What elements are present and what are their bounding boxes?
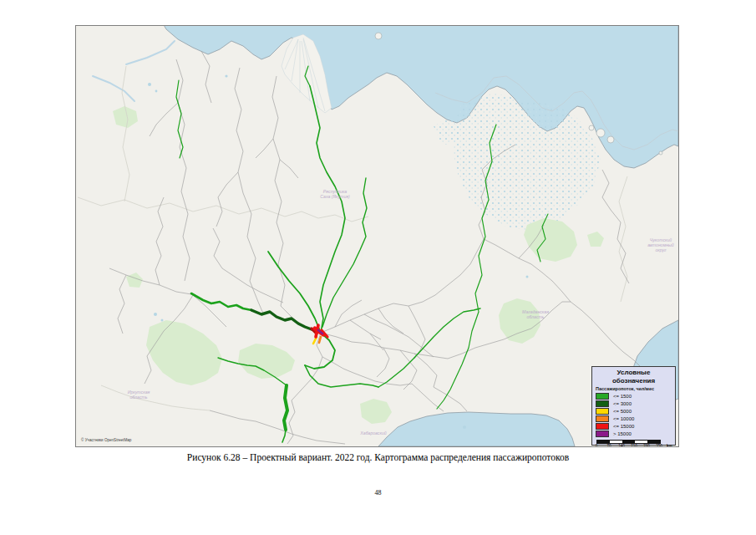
legend-item: <= 5000 — [596, 407, 672, 415]
map-legend: Условные обозначения Пассажиропоток, чел… — [591, 366, 676, 446]
legend-item: <= 3000 — [596, 400, 672, 407]
lake — [161, 319, 164, 322]
island — [596, 129, 605, 137]
region-label: Хабаровский — [359, 431, 386, 436]
scale-tick: 280 — [643, 444, 650, 447]
legend-item: <= 15000 — [596, 422, 672, 430]
legend-item-label: <= 1500 — [613, 394, 632, 399]
lake — [148, 83, 151, 86]
document-page: РеспубликаСаха (Якутия)ИркутскаяобластьМ… — [0, 0, 756, 535]
legend-item: > 15000 — [596, 430, 672, 437]
legend-item: <= 1500 — [596, 392, 672, 400]
legend-swatch-red — [596, 423, 609, 430]
region-label: РеспубликаСаха (Якутия) — [320, 189, 350, 199]
legend-swatch-green — [596, 393, 609, 400]
map-canvas[interactable]: РеспубликаСаха (Якутия)ИркутскаяобластьМ… — [76, 26, 678, 446]
scale-unit: km — [667, 444, 672, 447]
region-label: Иркутскаяобласть — [128, 390, 150, 400]
island — [607, 136, 614, 143]
scale-tick: 140 — [618, 444, 625, 447]
legend-item-label: > 15000 — [613, 431, 632, 436]
legend-swatch-darkgreen — [596, 400, 609, 407]
island — [589, 125, 594, 130]
legend-swatch-orange — [596, 415, 609, 422]
legend-item-label: <= 15000 — [613, 424, 634, 429]
legend-item-label: <= 10000 — [613, 416, 634, 421]
page-number: 48 — [0, 489, 756, 497]
lake — [463, 425, 466, 429]
scale-bar-ticks: 0 70 140 210 280 350 km — [596, 444, 673, 447]
lake — [225, 74, 227, 77]
legend-subtitle: Пассажиропоток, чел/мес — [596, 386, 672, 391]
legend-swatch-yellow — [596, 408, 609, 415]
osm-attribution: © Участники OpenStreetMap — [81, 437, 132, 442]
scale-tick: 210 — [631, 444, 637, 447]
legend-item-label: <= 3000 — [613, 401, 632, 406]
legend-swatch-purple — [596, 431, 609, 437]
scale-tick: 70 — [606, 444, 611, 447]
legend-title: Условные обозначения — [596, 369, 672, 385]
scale-bar: 0 70 140 210 280 350 km — [596, 440, 672, 447]
legend-item-label: <= 5000 — [613, 409, 632, 414]
scale-tick: 0 — [596, 444, 598, 447]
legend-item: <= 10000 — [596, 415, 672, 422]
figure-caption: Рисунок 6.28 – Проектный вариант. 2022 г… — [0, 452, 756, 462]
island — [375, 33, 382, 39]
lake — [155, 90, 158, 93]
scale-tick: 350 — [656, 444, 662, 447]
lake — [154, 313, 157, 316]
lake — [526, 276, 529, 278]
map-figure[interactable]: РеспубликаСаха (Якутия)ИркутскаяобластьМ… — [75, 25, 679, 447]
island — [659, 151, 662, 155]
